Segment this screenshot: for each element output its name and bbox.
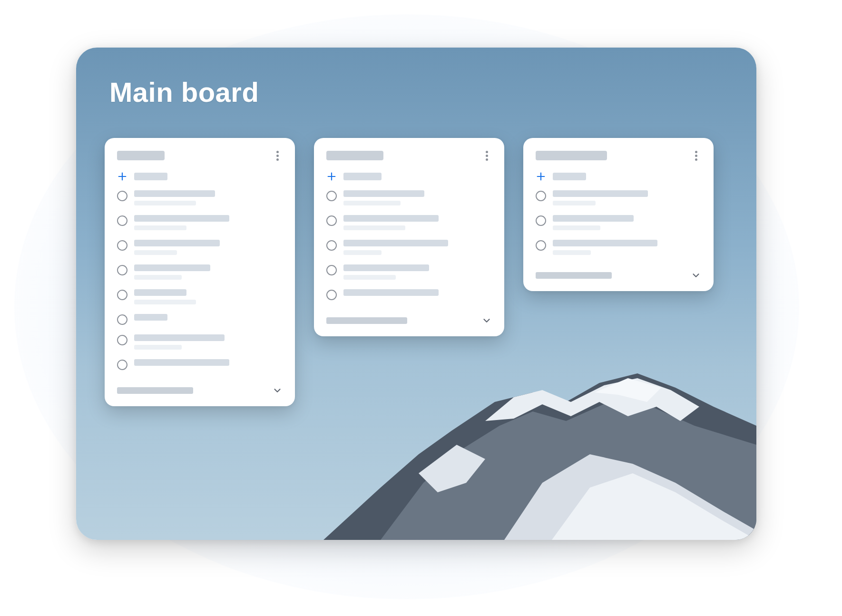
task-checkbox[interactable] xyxy=(326,290,337,300)
column-title-placeholder xyxy=(326,151,383,160)
placeholder-subline xyxy=(553,225,600,230)
task-text-placeholder xyxy=(343,240,492,255)
task-checkbox[interactable] xyxy=(117,360,127,370)
chevron-down-icon xyxy=(691,270,701,281)
add-task-row[interactable] xyxy=(536,171,701,182)
placeholder-subline xyxy=(134,345,182,350)
column-header xyxy=(117,150,283,161)
board-column xyxy=(105,138,295,406)
svg-marker-5 xyxy=(504,454,756,540)
add-task-label-placeholder xyxy=(553,173,586,180)
placeholder-subline xyxy=(134,225,186,230)
task-item[interactable] xyxy=(117,359,283,370)
task-item[interactable] xyxy=(326,289,492,300)
column-menu-button[interactable] xyxy=(481,150,492,161)
task-checkbox[interactable] xyxy=(117,265,127,275)
task-item[interactable] xyxy=(117,215,283,230)
placeholder-line xyxy=(343,264,429,271)
add-task-row[interactable] xyxy=(326,171,492,182)
task-text-placeholder xyxy=(553,190,701,205)
task-item[interactable] xyxy=(326,190,492,205)
task-checkbox[interactable] xyxy=(117,191,127,201)
placeholder-line xyxy=(553,240,657,246)
placeholder-line xyxy=(343,289,439,296)
placeholder-subline xyxy=(134,250,177,255)
placeholder-subline xyxy=(134,300,196,304)
task-checkbox[interactable] xyxy=(326,191,337,201)
task-text-placeholder xyxy=(134,289,283,304)
task-text-placeholder xyxy=(343,190,492,205)
column-menu-button[interactable] xyxy=(272,150,283,161)
task-text-placeholder xyxy=(134,240,283,255)
placeholder-line xyxy=(343,215,439,222)
task-list xyxy=(326,190,492,300)
column-title-placeholder xyxy=(536,151,607,160)
task-text-placeholder xyxy=(134,314,283,321)
add-task-label-placeholder xyxy=(343,173,382,180)
task-item[interactable] xyxy=(326,264,492,280)
task-item[interactable] xyxy=(536,190,701,205)
task-item[interactable] xyxy=(117,264,283,280)
task-text-placeholder xyxy=(343,289,492,296)
svg-marker-6 xyxy=(552,473,756,540)
placeholder-line xyxy=(553,215,634,222)
task-checkbox[interactable] xyxy=(326,240,337,251)
footer-label-placeholder xyxy=(326,317,407,324)
plus-icon xyxy=(326,171,337,182)
board-columns xyxy=(105,138,714,406)
task-text-placeholder xyxy=(134,215,283,230)
task-checkbox[interactable] xyxy=(536,191,546,201)
task-item[interactable] xyxy=(326,240,492,255)
task-list xyxy=(536,190,701,255)
column-header xyxy=(536,150,701,161)
task-item[interactable] xyxy=(117,289,283,304)
placeholder-line xyxy=(134,190,215,197)
placeholder-subline xyxy=(553,201,596,205)
task-checkbox[interactable] xyxy=(117,290,127,300)
board-column xyxy=(523,138,714,291)
plus-icon xyxy=(117,171,127,182)
task-text-placeholder xyxy=(343,264,492,280)
column-footer[interactable] xyxy=(117,385,283,396)
placeholder-subline xyxy=(134,201,196,205)
task-item[interactable] xyxy=(117,314,283,325)
task-item[interactable] xyxy=(117,190,283,205)
task-checkbox[interactable] xyxy=(326,265,337,275)
placeholder-line xyxy=(134,240,220,246)
task-checkbox[interactable] xyxy=(117,335,127,345)
task-item[interactable] xyxy=(117,334,283,350)
placeholder-line xyxy=(134,314,167,321)
placeholder-line xyxy=(134,289,186,296)
task-item[interactable] xyxy=(536,215,701,230)
placeholder-line xyxy=(134,334,225,341)
task-checkbox[interactable] xyxy=(536,240,546,251)
board-window: Main board xyxy=(76,48,756,540)
task-text-placeholder xyxy=(134,264,283,280)
placeholder-subline xyxy=(343,225,405,230)
column-title-placeholder xyxy=(117,151,165,160)
task-item[interactable] xyxy=(117,240,283,255)
board-column xyxy=(314,138,504,336)
placeholder-line xyxy=(343,190,424,197)
task-checkbox[interactable] xyxy=(117,215,127,226)
column-footer[interactable] xyxy=(326,315,492,326)
column-header xyxy=(326,150,492,161)
task-item[interactable] xyxy=(536,240,701,255)
footer-label-placeholder xyxy=(117,387,193,394)
chevron-down-icon xyxy=(272,385,283,396)
add-task-row[interactable] xyxy=(117,171,283,182)
svg-marker-4 xyxy=(419,445,485,492)
task-checkbox[interactable] xyxy=(326,215,337,226)
board-title: Main board xyxy=(109,76,259,108)
column-footer[interactable] xyxy=(536,270,701,281)
task-text-placeholder xyxy=(134,359,283,366)
task-item[interactable] xyxy=(326,215,492,230)
placeholder-subline xyxy=(343,201,401,205)
add-task-label-placeholder xyxy=(134,173,167,180)
placeholder-subline xyxy=(553,250,591,255)
task-checkbox[interactable] xyxy=(117,314,127,325)
placeholder-subline xyxy=(343,275,396,280)
column-menu-button[interactable] xyxy=(691,150,701,161)
task-checkbox[interactable] xyxy=(117,240,127,251)
task-checkbox[interactable] xyxy=(536,215,546,226)
